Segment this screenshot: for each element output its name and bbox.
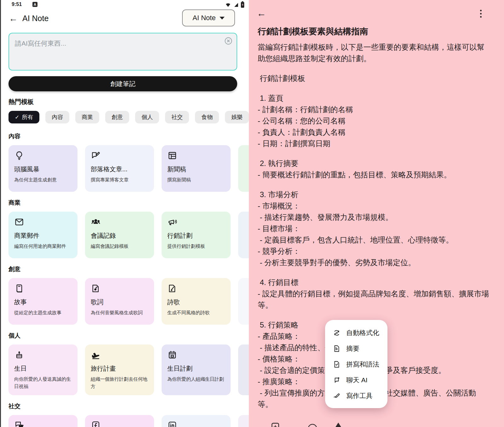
card-title: 詩歌 (167, 298, 225, 306)
template-card-商業郵件[interactable]: 商業郵件編寫任何用途的商業郵件 (9, 212, 77, 258)
check-icon: ✓ (15, 114, 19, 121)
menu-item-摘要[interactable]: 摘要 (325, 341, 387, 356)
clear-input-icon[interactable] (224, 37, 233, 45)
add-image-icon[interactable] (270, 422, 280, 427)
filter-chip-內容[interactable]: 內容 (45, 111, 69, 123)
card-title: 故事 (14, 298, 72, 306)
filter-chip-label: 個人 (141, 113, 153, 121)
card-title: 頭腦風暴 (14, 165, 72, 174)
template-card-歌詞[interactable]: 歌詞為任何音樂風格生成歌詞 (85, 278, 154, 325)
note-text-line: - 競爭分析： (258, 246, 497, 257)
card-description: 為你所愛的人組織生日計劃 (167, 376, 225, 383)
note-type-dropdown[interactable]: AI Note (182, 9, 235, 26)
template-card-頭腦風暴[interactable]: 頭腦風暴為任何主題生成創意 (9, 145, 77, 192)
card-description: 為任何主題生成創意 (14, 176, 72, 184)
template-card-行銷計劃[interactable]: 行銷計劃提供行銷計劃模板 (162, 212, 231, 258)
template-card-partial[interactable] (238, 344, 249, 395)
note-text-line: - 目標市場： (258, 223, 497, 234)
back-arrow-icon[interactable]: ← (8, 13, 19, 24)
filter-chips: ✓所有內容商業創意個人社交食物娛樂 (9, 111, 242, 123)
menu-item-自動格式化[interactable]: 自動格式化 (325, 325, 387, 341)
book-icon (14, 283, 24, 293)
note-blank-line (258, 311, 497, 319)
note-text-line: 1. 蓋頁 (258, 93, 497, 104)
tweet-icon (14, 420, 24, 427)
template-card-partial[interactable] (238, 145, 249, 192)
more-options-icon[interactable] (478, 8, 484, 19)
summary-icon (333, 344, 341, 353)
note-text-line: 行銷計劃模板 (258, 73, 497, 84)
template-card-會議記錄[interactable]: 會議記錄編寫會議記錄模板 (85, 212, 154, 258)
section-heading-商業: 商業 (9, 199, 249, 207)
calendar-icon (167, 350, 177, 360)
filter-chip-label: 內容 (52, 113, 63, 121)
note-text-line: 等。 (258, 299, 497, 311)
mail-icon (14, 217, 24, 227)
menu-item-label: 聊天 AI (346, 376, 368, 384)
popular-templates-heading: 熱門模板 (9, 98, 34, 106)
filter-chip-創意[interactable]: 創意 (105, 111, 129, 123)
template-card-詩歌[interactable]: 詩歌生成不同風格的詩歌 (162, 278, 231, 325)
create-note-button[interactable]: 創建筆記 (9, 76, 237, 91)
pen-nib-icon[interactable] (333, 421, 343, 427)
poem-icon (167, 283, 177, 293)
menu-item-聊天 AI[interactable]: 聊天 AI (325, 372, 387, 388)
card-description: 生成不同風格的詩歌 (167, 309, 225, 316)
back-arrow-icon[interactable]: ← (256, 8, 267, 19)
template-card[interactable] (85, 415, 154, 427)
notification-app-icon: A (32, 2, 37, 7)
card-description: 撰寫新聞稿 (167, 176, 225, 184)
menu-item-寫作工具[interactable]: 寫作工具 (325, 388, 387, 404)
emoji-icon[interactable] (307, 423, 318, 427)
filter-chip-商業[interactable]: 商業 (75, 111, 99, 123)
filter-chip-label: 創意 (112, 113, 123, 121)
template-card[interactable] (162, 415, 231, 427)
prompt-input[interactable]: 請AI寫任何東西... (9, 33, 237, 71)
template-card-生日[interactable]: 生日向你所愛的人發送真誠的生日祝福 (9, 344, 77, 395)
split-screen: 9:51 A ← AI Note AI Note 請AI寫任何東西... 創建筆… (0, 0, 504, 427)
filter-chip-label: 食物 (201, 113, 213, 121)
signal-icon (233, 2, 239, 8)
note-view-panel: ← 行銷計劃模板要素與結構指南 當編寫行銷計劃模板時，以下是一些重要的要素和結構… (249, 0, 504, 427)
note-text-line: - 分析主要競爭對手的優勢、劣勢及市場定位。 (258, 257, 497, 268)
filter-chip-娛樂[interactable]: 娛樂 (225, 111, 249, 123)
ai-actions-menu: 自動格式化摘要拼寫和語法聊天 AI寫作工具 (325, 320, 387, 408)
template-card-partial[interactable] (238, 278, 249, 325)
megaphone-icon (167, 217, 177, 227)
filter-chip-社交[interactable]: 社交 (165, 111, 189, 123)
card-description: 從給定的主題生成故事 (14, 309, 72, 316)
filter-chip-label: 商業 (82, 113, 93, 121)
filter-chip-label: 社交 (171, 113, 183, 121)
template-card-新聞稿[interactable]: 新聞稿撰寫新聞稿 (162, 145, 231, 192)
template-card[interactable] (9, 415, 77, 427)
filter-chip-所有[interactable]: ✓所有 (9, 111, 39, 123)
template-card-partial[interactable] (238, 415, 249, 427)
note-text-line: - 計劃名稱：行銷計劃的名稱 (258, 104, 497, 115)
auto-format-icon (333, 329, 341, 337)
note-text-line: 2. 執行摘要 (258, 158, 497, 169)
template-card-生日計劃[interactable]: 生日計劃為你所愛的人組織生日計劃 (162, 344, 231, 395)
template-card-partial[interactable] (238, 212, 249, 258)
filter-chip-食物[interactable]: 食物 (195, 111, 219, 123)
menu-item-label: 拼寫和語法 (346, 360, 379, 369)
cards-row (9, 415, 249, 427)
menu-item-label: 摘要 (346, 344, 359, 353)
menu-item-label: 自動格式化 (346, 328, 379, 337)
note-blank-line (258, 84, 497, 93)
card-description: 編寫任何用途的商業郵件 (14, 243, 72, 250)
card-title: 新聞稿 (167, 165, 225, 174)
filter-chip-label: 娛樂 (231, 113, 243, 121)
note-title: 行銷計劃模板要素與結構指南 (258, 26, 368, 37)
filter-chip-個人[interactable]: 個人 (135, 111, 159, 123)
lightbulb-icon (14, 151, 24, 161)
template-card-故事[interactable]: 故事從給定的主題生成故事 (9, 278, 77, 325)
menu-item-拼寫和語法[interactable]: 拼寫和語法 (325, 356, 387, 372)
cards-row: 故事從給定的主題生成故事歌詞為任何音樂風格生成歌詞詩歌生成不同風格的詩歌 (9, 278, 249, 325)
note-text-line: - 負責人：計劃負責人名稱 (258, 127, 497, 138)
note-text-line: - 公司名稱：您的公司名稱 (258, 115, 497, 127)
cards-row: 商業郵件編寫任何用途的商業郵件會議記錄編寫會議記錄模板行銷計劃提供行銷計劃模板 (9, 212, 249, 258)
template-card-部落格文章...[interactable]: 部落格文章...撰寫專業博客文章 (85, 145, 154, 192)
template-card-旅行計畫[interactable]: 旅行計畫組織一個旅行計劃去任何地方 (85, 344, 154, 395)
card-title: 歌詞 (91, 298, 148, 306)
card-title: 會議記錄 (91, 231, 148, 240)
